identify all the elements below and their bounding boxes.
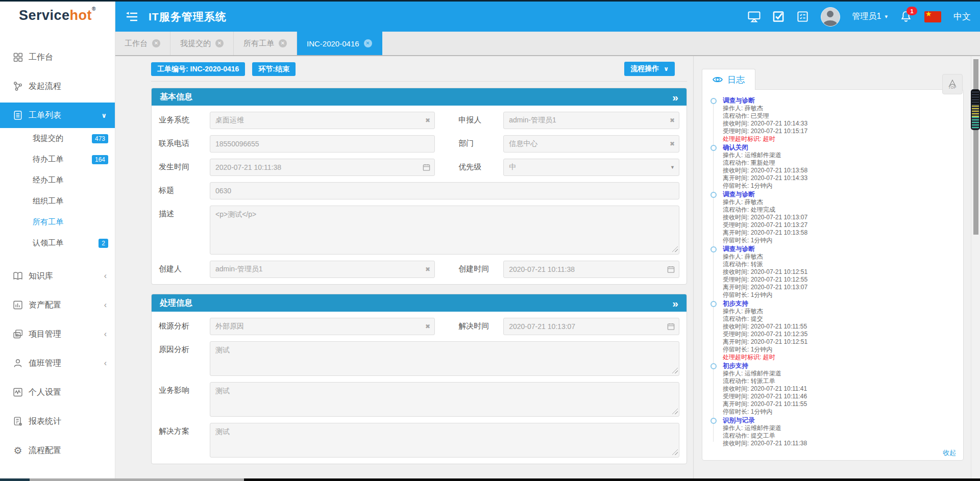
monitor-icon[interactable]	[748, 11, 761, 22]
priority-select[interactable]	[503, 159, 679, 176]
creator-input[interactable]	[210, 261, 435, 278]
sidebar-item-label: 报表统计	[29, 416, 61, 427]
log-entry-line: 操作人: 薛敏杰	[723, 105, 957, 112]
clear-icon[interactable]: ✖	[425, 266, 430, 272]
reporter-input[interactable]	[503, 112, 679, 129]
sidebar-item-personal-settings[interactable]: 个人设置	[0, 379, 115, 405]
tab-workbench[interactable]: 工作台 ✕	[115, 32, 170, 55]
collapse-sidebar-icon[interactable]	[125, 11, 138, 22]
avatar[interactable]	[821, 7, 840, 27]
sidebar-item-asset-config[interactable]: 资产配置 ‹	[0, 292, 115, 318]
sidebar-item-knowledge-base[interactable]: 知识库 ‹	[0, 263, 115, 289]
collapse-log-link[interactable]: 收起	[943, 448, 956, 458]
horizontal-scrollbar[interactable]	[0, 478, 980, 481]
eye-icon	[713, 76, 723, 83]
title-input[interactable]	[210, 182, 679, 199]
field-label: 描述	[159, 206, 210, 219]
sidebar-item-workbench[interactable]: 工作台	[0, 44, 115, 70]
close-icon[interactable]: ✕	[215, 39, 224, 47]
sidebar-subitem-all-tickets[interactable]: 所有工单	[0, 212, 115, 233]
ticket-detail-column: 工单编号: INC-2020-0416 环节:结束 流程操作 ∨ 基本信息 »	[151, 62, 687, 464]
cause-analysis-textarea[interactable]: 测试	[210, 341, 679, 376]
sidebar-subitem-my-submitted[interactable]: 我提交的 473	[0, 128, 115, 149]
collapse-section-icon[interactable]: »	[672, 92, 678, 103]
tab-label: 所有工单	[243, 39, 274, 48]
log-entry-line: 处理超时标识: 超时	[723, 135, 957, 143]
sidebar-item-process-config[interactable]: ⚙ 流程配置	[0, 438, 115, 463]
field-label: 部门	[458, 135, 503, 148]
sidebar-subitem-label: 所有工单	[33, 217, 63, 227]
log-column: 日志 TOP 调查与诊断操作人: 薛敏杰流程动作: 已受理接收时间: 2020-…	[702, 69, 964, 461]
notifications-bell[interactable]: 1	[900, 10, 912, 23]
checklist-icon[interactable]	[797, 11, 808, 22]
field-label: 解决方案	[159, 423, 210, 436]
scrollbar-thumb[interactable]	[973, 59, 978, 235]
business-impact-textarea[interactable]: 测试	[210, 382, 679, 417]
solve-time-input[interactable]	[503, 318, 679, 335]
user-menu[interactable]: 管理员1 ▾	[852, 11, 888, 22]
description-textarea[interactable]: <p>测试</p>	[210, 206, 679, 255]
log-entry-line: 停留时长: 1分钟内	[723, 237, 957, 244]
business-system-input[interactable]	[210, 112, 435, 129]
log-entry-line: 受理时间: 2020-07-21 10:15:17	[723, 128, 957, 135]
handle-info-panel: 处理信息 » 根源分析 ✖ 解决时间	[151, 294, 687, 464]
process-action-label: 流程操作	[630, 64, 659, 73]
china-flag-icon[interactable]: ★	[924, 11, 941, 22]
page-title: IT服务管理系统	[149, 10, 227, 24]
sidebar-subitem-org-tickets[interactable]: 组织工单	[0, 191, 115, 212]
create-time-input[interactable]	[503, 261, 679, 278]
calendar-icon[interactable]	[667, 266, 675, 273]
clear-icon[interactable]: ✖	[425, 117, 430, 123]
field-label: 优先级	[458, 159, 503, 172]
sidebar-item-report-stats[interactable]: 报表统计	[0, 409, 115, 434]
process-action-button[interactable]: 流程操作 ∨	[624, 62, 675, 76]
log-entry-line: 操作人: 运维邮件渠道	[723, 151, 957, 159]
log-entry: 初步支持操作人: 薛敏杰流程动作: 提交接收时间: 2020-07-21 10:…	[710, 299, 957, 361]
root-cause-input[interactable]	[210, 318, 435, 335]
log-entry-line: 离开时间: 2020-07-21 10:12:51	[723, 338, 957, 346]
log-entry-line: 操作人: 运维邮件渠道	[723, 370, 957, 377]
sidebar-item-project-mgmt[interactable]: 项目管理 ‹	[0, 321, 115, 347]
occur-time-input[interactable]	[210, 159, 435, 176]
back-to-top-button[interactable]: TOP	[942, 74, 963, 94]
solution-textarea[interactable]: 测试	[210, 423, 679, 458]
sidebar-subitem-todo-tickets[interactable]: 待办工单 164	[0, 149, 115, 170]
sidebar-subitem-handled-tickets[interactable]: 经办工单	[0, 170, 115, 191]
column-divider	[693, 56, 694, 478]
log-entry-line: 接收时间: 2020-07-21 10:12:51	[723, 268, 957, 276]
check-square-icon[interactable]	[773, 11, 785, 22]
log-entry-line: 停留时长: 1分钟内	[723, 182, 957, 190]
horizontal-scrollbar-segment	[30, 478, 244, 481]
phone-input[interactable]	[210, 135, 435, 153]
close-icon[interactable]: ✕	[364, 39, 372, 47]
tab-ticket-detail[interactable]: INC-2020-0416 ✕	[297, 32, 382, 55]
sidebar-item-duty-mgmt[interactable]: 值班管理 ‹	[0, 350, 115, 376]
tab-my-submitted[interactable]: 我提交的 ✕	[170, 32, 234, 55]
log-entry-line: 操作人: 薛敏杰	[723, 308, 957, 315]
sidebar-item-ticket-list[interactable]: 工单列表 ∨	[0, 103, 115, 128]
logo-text-dark: Service	[19, 8, 70, 23]
sidebar-menu: 工作台 发起流程 工单列表 ∨ 我提交的 473	[0, 36, 115, 463]
log-entry-line: 受理时间: 2020-07-21 10:12:55	[723, 276, 957, 284]
close-icon[interactable]: ✕	[152, 39, 160, 47]
clear-icon[interactable]: ✖	[670, 141, 675, 147]
scrollbar-marker-stripes	[972, 106, 979, 117]
clear-icon[interactable]: ✖	[425, 323, 430, 330]
tab-log[interactable]: 日志	[702, 69, 755, 90]
topbar: IT服务管理系统 管理员1 ▾ 1 ★ 中文	[115, 2, 980, 32]
calendar-icon[interactable]	[667, 323, 675, 331]
timeline-dot-icon	[710, 145, 717, 151]
tab-label: 我提交的	[180, 39, 211, 48]
department-input[interactable]	[503, 135, 679, 153]
calendar-icon[interactable]	[423, 164, 430, 171]
tab-all-tickets[interactable]: 所有工单 ✕	[234, 32, 297, 55]
select-caret-icon[interactable]: ▼	[670, 165, 675, 170]
collapse-section-icon[interactable]: »	[672, 298, 678, 309]
sidebar-subitem-claim-tickets[interactable]: 认领工单 2	[0, 233, 115, 254]
close-icon[interactable]: ✕	[279, 39, 287, 47]
notification-badge: 1	[906, 7, 917, 15]
clear-icon[interactable]: ✖	[670, 117, 675, 123]
field-label: 发生时间	[159, 159, 210, 172]
sidebar-item-start-process[interactable]: 发起流程	[0, 73, 115, 99]
language-switch[interactable]: 中文	[953, 11, 971, 22]
